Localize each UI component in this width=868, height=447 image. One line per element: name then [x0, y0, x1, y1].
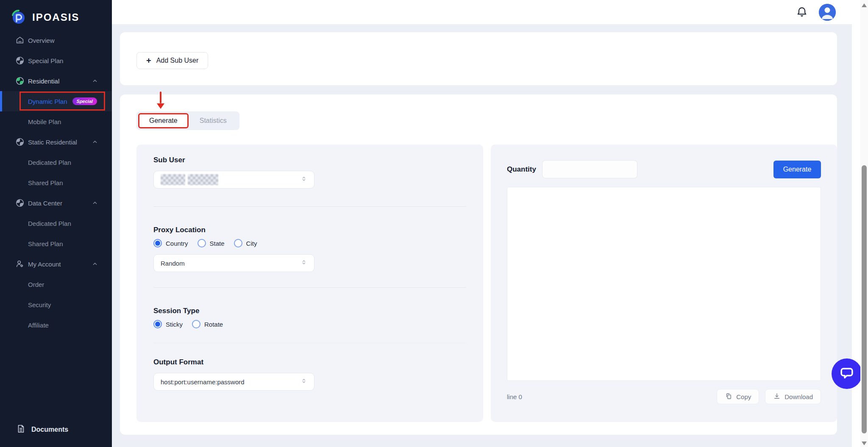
- brand-logo: IPOASIS: [0, 0, 112, 25]
- sidebar-group-static-residential[interactable]: Static Residential: [0, 132, 112, 152]
- radio-state[interactable]: State: [198, 239, 225, 247]
- quantity-label: Quantity: [507, 165, 536, 174]
- country-select[interactable]: Random: [153, 254, 314, 272]
- copy-icon: [725, 392, 732, 401]
- sidebar: IPOASIS Overview Special Plan Residentia: [0, 0, 112, 447]
- main-content: + Add Sub User Generate Statistics Sub U…: [112, 24, 852, 447]
- topbar: [112, 0, 860, 24]
- active-indicator: [0, 91, 2, 111]
- annotation-arrow: [156, 92, 165, 109]
- session-type-radios: Sticky Rotate: [153, 320, 466, 328]
- sidebar-item-static-shared-plan[interactable]: Shared Plan: [0, 172, 112, 193]
- sidebar-item-security[interactable]: Security: [0, 294, 112, 315]
- chevron-up-icon: [92, 261, 98, 267]
- sidebar-item-special-plan[interactable]: Special Plan: [0, 50, 112, 71]
- scrollbar-thumb[interactable]: [862, 165, 867, 433]
- chevron-up-down-icon: [300, 378, 307, 386]
- scroll-down-arrow[interactable]: [862, 441, 867, 445]
- proxy-location-label: Proxy Location: [153, 225, 466, 235]
- home-icon: [15, 36, 25, 45]
- sidebar-item-mobile-plan[interactable]: Mobile Plan: [0, 111, 112, 132]
- divider: [153, 343, 466, 343]
- output-format-select[interactable]: host:port:username:password: [153, 373, 314, 391]
- sidebar-item-order[interactable]: Order: [0, 274, 112, 294]
- app-root: IPOASIS Overview Special Plan Residentia: [0, 0, 868, 447]
- tab-statistics[interactable]: Statistics: [189, 113, 238, 128]
- globe-icon: [15, 56, 25, 65]
- sidebar-item-affiliate[interactable]: Affiliate: [0, 315, 112, 335]
- sub-user-card: + Add Sub User: [120, 32, 837, 85]
- sidebar-group-residential[interactable]: Residential: [0, 71, 112, 91]
- line-count: line 0: [507, 393, 522, 400]
- radio-sticky[interactable]: Sticky: [153, 320, 183, 328]
- sidebar-group-data-center[interactable]: Data Center: [0, 193, 112, 213]
- sub-user-select[interactable]: [153, 171, 314, 189]
- tab-generate[interactable]: Generate: [138, 113, 189, 128]
- chevron-up-down-icon: [300, 175, 307, 184]
- sidebar-documents-link[interactable]: Documents: [0, 424, 68, 435]
- add-sub-user-button[interactable]: + Add Sub User: [136, 52, 208, 69]
- quantity-input[interactable]: [542, 160, 637, 178]
- sidebar-item-dc-dedicated-plan[interactable]: Dedicated Plan: [0, 213, 112, 233]
- document-icon: [16, 424, 25, 435]
- divider: [153, 287, 466, 288]
- output-format-label: Output Format: [153, 358, 466, 367]
- redacted-value: [161, 174, 218, 185]
- plus-icon: +: [146, 56, 151, 65]
- notification-bell-icon[interactable]: [795, 6, 809, 19]
- radio-dot: [192, 320, 200, 328]
- globe-icon: [15, 198, 25, 208]
- sidebar-item-overview[interactable]: Overview: [0, 30, 112, 50]
- radio-rotate[interactable]: Rotate: [192, 320, 223, 328]
- radio-city[interactable]: City: [234, 239, 257, 247]
- generate-card: Generate Statistics Sub User Proxy Locat…: [120, 94, 837, 435]
- radio-dot: [234, 239, 242, 247]
- user-avatar[interactable]: [819, 4, 836, 21]
- sidebar-group-my-account[interactable]: My Account: [0, 254, 112, 274]
- sub-user-label: Sub User: [153, 155, 466, 165]
- chat-bubble-icon: [838, 364, 855, 383]
- live-chat-button[interactable]: [832, 358, 862, 389]
- globe-green-icon: [15, 76, 25, 86]
- radio-dot: [153, 320, 162, 328]
- globe-icon: [15, 137, 25, 147]
- tabbar: Generate Statistics: [136, 111, 239, 130]
- generate-form-panel: Sub User Proxy Location Country: [136, 144, 483, 422]
- generated-proxies-output[interactable]: [507, 187, 821, 381]
- chevron-up-icon: [92, 200, 98, 206]
- sidebar-item-dynamic-plan[interactable]: Dynamic Plan Special: [0, 91, 112, 111]
- chevron-up-down-icon: [300, 259, 307, 267]
- user-gear-icon: [15, 259, 25, 269]
- download-button[interactable]: Download: [765, 389, 821, 404]
- sidebar-nav: Overview Special Plan Residential D: [0, 30, 112, 335]
- brand-name: IPOASIS: [32, 11, 79, 23]
- scroll-up-arrow[interactable]: [862, 3, 867, 7]
- radio-country[interactable]: Country: [153, 239, 188, 247]
- sidebar-item-dc-shared-plan[interactable]: Shared Plan: [0, 233, 112, 254]
- divider: [153, 206, 466, 207]
- generate-button[interactable]: Generate: [773, 161, 821, 178]
- session-type-label: Session Type: [153, 306, 466, 316]
- chevron-up-icon: [92, 139, 98, 145]
- generate-output-panel: Quantity Generate line 0 Cop: [491, 144, 837, 422]
- sidebar-item-static-dedicated-plan[interactable]: Dedicated Plan: [0, 152, 112, 172]
- chevron-up-icon: [92, 78, 98, 84]
- radio-dot: [198, 239, 206, 247]
- download-icon: [773, 392, 781, 401]
- radio-dot: [153, 239, 162, 247]
- copy-button[interactable]: Copy: [717, 389, 759, 404]
- proxy-location-radios: Country State City: [153, 239, 466, 247]
- special-badge: Special: [72, 97, 97, 105]
- brand-logo-icon: [10, 9, 26, 25]
- page-scrollbar[interactable]: [860, 0, 868, 447]
